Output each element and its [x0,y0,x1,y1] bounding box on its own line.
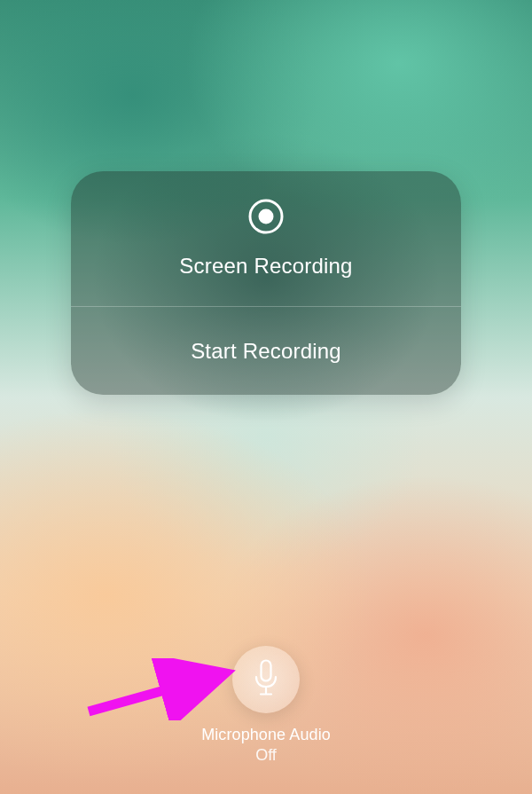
svg-rect-2 [262,661,271,681]
start-recording-label: Start Recording [191,339,341,364]
microphone-toggle-button[interactable] [232,646,300,713]
microphone-icon [253,659,279,700]
start-recording-button[interactable]: Start Recording [71,307,461,395]
record-icon [248,199,284,238]
screen-recording-card: Screen Recording Start Recording [71,171,461,395]
microphone-audio-label: Microphone Audio [0,726,532,744]
svg-point-1 [259,209,274,224]
card-header: Screen Recording [71,171,461,306]
screen-recording-title: Screen Recording [179,254,352,279]
microphone-status: Off [0,746,532,765]
microphone-labels: Microphone Audio Off [0,726,532,765]
